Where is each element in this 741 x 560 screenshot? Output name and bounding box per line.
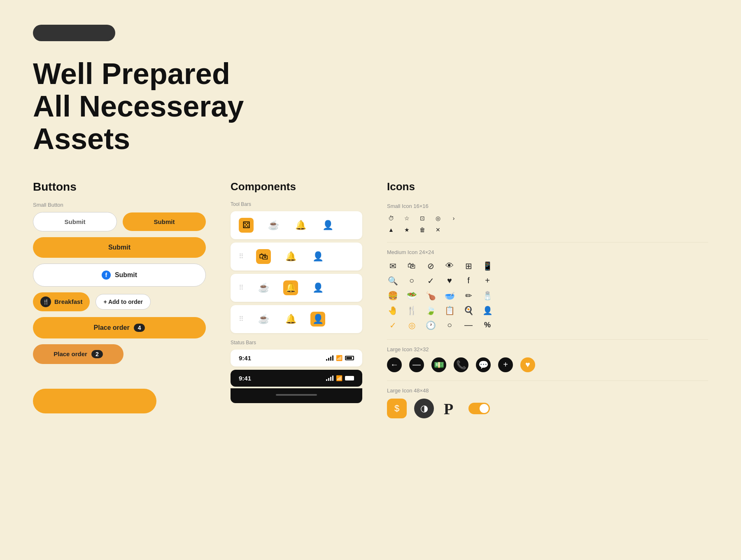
drag-handle-2[interactable]: ⠿ — [239, 284, 244, 292]
chat-icon[interactable]: 💬 — [476, 357, 491, 372]
circle-outline-icon[interactable]: ○ — [444, 320, 455, 331]
small-icons-row-1: ⏱ ☆ ⊡ ◎ › — [387, 214, 708, 222]
eye-icon[interactable]: 👁 — [444, 260, 455, 272]
breakfast-tag-button[interactable]: 🍴 Breakfast — [33, 292, 90, 311]
small-icons-row-2: ▲ ★ 🗑 ✕ — [387, 226, 708, 234]
cup-icon-2[interactable]: ☕ — [256, 280, 271, 295]
facebook-icon-md[interactable]: f — [463, 275, 474, 287]
chicken-icon[interactable]: 🍗 — [425, 290, 436, 301]
location-pin-icon[interactable]: ◎ — [406, 320, 417, 331]
dice-icon[interactable]: ⚄ — [239, 218, 254, 233]
heart-icon[interactable]: ♥ — [444, 275, 455, 287]
location-icon[interactable]: ◎ — [434, 214, 442, 222]
toolbar-label: Tool Bars — [231, 201, 362, 207]
close-icon[interactable]: ✕ — [434, 226, 442, 234]
grid-icon[interactable]: ⊡ — [418, 214, 426, 222]
bowl-icon[interactable]: 🥣 — [444, 290, 455, 301]
battery-icon — [345, 356, 354, 360]
clipboard-icon[interactable]: 📋 — [444, 305, 455, 316]
user-icon[interactable]: 👤 — [482, 305, 493, 316]
phone-call-icon[interactable]: 📞 — [454, 357, 468, 372]
minus-circle-icon[interactable]: — — [463, 320, 474, 331]
pencil-icon[interactable]: ✏ — [463, 290, 474, 301]
person-active-icon[interactable]: 👤 — [310, 312, 325, 327]
order-badge-2: 2 — [91, 350, 103, 358]
svg-text:P: P — [444, 400, 453, 418]
trash-icon[interactable]: 🗑 — [418, 226, 426, 234]
chevron-right-icon[interactable]: › — [450, 214, 458, 222]
icons-title: Icons — [387, 180, 708, 193]
facebook-submit-button[interactable]: f Submit — [33, 264, 206, 287]
hero-heading: Well Prepared All Necesseray Assets — [33, 58, 321, 156]
wifi-icon: 📶 — [336, 355, 343, 361]
submit-filled-button[interactable]: Submit — [123, 212, 206, 231]
bell-icon[interactable]: 🔔 — [293, 218, 308, 233]
place-order-2-button[interactable]: Place order 2 — [33, 344, 124, 364]
drag-handle[interactable]: ⠿ — [239, 252, 244, 260]
toggle-switch[interactable] — [468, 403, 490, 414]
submit-outline-button[interactable]: Submit — [33, 212, 117, 231]
leaf-icon[interactable]: 🍃 — [425, 305, 436, 316]
hand-icon[interactable]: 🤚 — [387, 305, 398, 316]
divider-1 — [387, 242, 708, 243]
toolbar-row-2: ⠿ 🛍 🔔 👤 — [231, 243, 362, 271]
pos-icon[interactable]: ⊞ — [463, 260, 474, 272]
salad-icon[interactable]: 🥗 — [406, 290, 417, 301]
submit-full-button[interactable]: Submit — [33, 237, 206, 258]
back-arrow-icon[interactable]: ← — [387, 357, 402, 372]
submit-row: Submit Submit — [33, 212, 206, 231]
dollar-icon[interactable]: 💵 — [431, 357, 446, 372]
toolbar-row-4: ⠿ ☕ 🔔 👤 — [231, 305, 362, 333]
check-icon[interactable]: ✓ — [387, 320, 398, 331]
dollar-square-icon[interactable]: $ — [387, 399, 407, 418]
bell-icon-2[interactable]: 🔔 — [283, 249, 298, 264]
bag-icon-md[interactable]: 🛍 — [406, 260, 417, 272]
burger-icon[interactable]: 🍔 — [387, 290, 398, 301]
upload-icon[interactable]: ▲ — [387, 226, 395, 234]
fork-spoon-icon[interactable]: 🍴 — [406, 305, 417, 316]
person-icon-3[interactable]: 👤 — [310, 280, 325, 295]
statusbar-label: Status Bars — [231, 340, 362, 345]
components-section: Components Tool Bars ⚄ ☕ 🔔 👤 ⠿ 🛍 🔔 👤 ⠿ ☕ — [231, 180, 362, 403]
check-circle-icon[interactable]: ✓ — [425, 275, 436, 287]
heart-filled-icon[interactable]: ♥ — [520, 357, 535, 372]
large48-icons-label: Large Icon 48×48 — [387, 387, 708, 394]
plus-icon[interactable]: + — [498, 357, 513, 372]
percent-icon[interactable]: % — [482, 320, 493, 331]
drag-handle-3[interactable]: ⠿ — [239, 315, 244, 323]
facebook-icon: f — [102, 271, 111, 280]
medium-icons-row-5: ✓ ◎ 🕐 ○ — % — [387, 320, 708, 331]
star-filled-icon[interactable]: ★ — [403, 226, 411, 234]
no-eye-icon[interactable]: ⊘ — [425, 260, 436, 272]
phone-icon[interactable]: 📱 — [482, 260, 493, 272]
paypal-icon: P — [441, 399, 461, 418]
place-order-2-row: Place order 2 — [33, 344, 206, 364]
cup-icon[interactable]: ☕ — [266, 218, 281, 233]
clock-icon[interactable]: 🕐 — [425, 320, 436, 331]
timer-icon[interactable]: ⏱ — [387, 214, 395, 222]
circle-icon[interactable]: ○ — [406, 275, 417, 287]
place-order-4-button[interactable]: Place order 4 — [33, 317, 206, 338]
minus-icon[interactable]: — — [409, 357, 424, 372]
bell-icon-3[interactable]: 🔔 — [283, 312, 298, 327]
bag-icon[interactable]: 🛍 — [256, 249, 271, 264]
add-to-order-button[interactable]: + Add to order — [96, 294, 151, 310]
divider-3 — [387, 380, 708, 381]
bell-active-icon[interactable]: 🔔 — [283, 280, 298, 295]
tag-row: 🍴 Breakfast + Add to order — [33, 292, 206, 311]
status-icons-dark: 📶 — [326, 375, 354, 381]
mail-icon[interactable]: ✉ — [387, 260, 398, 272]
salt-icon[interactable]: 🧂 — [482, 290, 493, 301]
toolbar-row-3: ⠿ ☕ 🔔 👤 — [231, 274, 362, 302]
phone-bottom-bar — [231, 388, 362, 403]
egg-icon[interactable]: 🍳 — [463, 305, 474, 316]
person-icon-1[interactable]: 👤 — [320, 218, 335, 233]
search-icon[interactable]: 🔍 — [387, 275, 398, 287]
cup-icon-3[interactable]: ☕ — [256, 312, 271, 327]
star-outline-icon[interactable]: ☆ — [403, 214, 411, 222]
medium-icons-row-2: 🔍 ○ ✓ ♥ f + — [387, 275, 708, 287]
person-icon-2[interactable]: 👤 — [310, 249, 325, 264]
time-dark: 9:41 — [239, 375, 251, 382]
plus-circle-icon[interactable]: + — [482, 275, 493, 287]
half-circle-icon[interactable]: ◑ — [414, 399, 434, 418]
